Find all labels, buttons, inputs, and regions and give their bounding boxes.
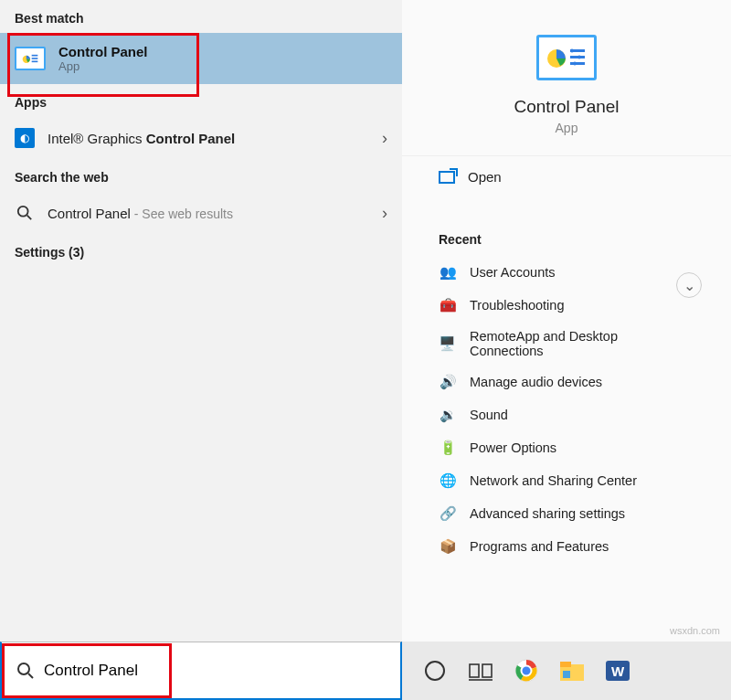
recent-item-network-sharing[interactable]: 🌐Network and Sharing Center [439,464,694,497]
open-action[interactable]: Open [402,156,731,197]
recent-header: Recent [402,197,731,256]
user-accounts-icon: 👥 [439,263,457,281]
programs-features-icon: 📦 [439,537,457,556]
word-icon[interactable]: W [603,656,632,685]
svg-rect-2 [32,58,38,59]
svg-point-15 [426,662,444,680]
search-icon [16,662,35,680]
intel-graphics-icon: ◐ [15,128,35,148]
svg-point-4 [18,207,28,217]
taskbar: W [402,642,731,700]
svg-line-5 [27,216,32,220]
recent-item-advanced-sharing[interactable]: 🔗Advanced sharing settings [439,497,694,530]
svg-rect-24 [560,662,571,667]
chevron-right-icon: › [382,204,387,223]
troubleshooting-icon: 🧰 [439,296,457,314]
recent-item-troubleshooting[interactable]: 🧰Troubleshooting [439,289,694,322]
best-match-subtitle: App [58,59,148,73]
best-match-header: Best match [0,0,402,33]
recent-item-sound[interactable]: 🔉Sound [439,398,694,431]
web-result-label: Control Panel - See web results [48,206,233,221]
power-options-icon: 🔋 [439,439,457,457]
best-match-title: Control Panel [58,44,148,59]
svg-rect-17 [482,664,492,677]
svg-point-13 [18,663,29,674]
remoteapp-icon: 🖥️ [439,334,457,353]
search-icon [15,203,35,223]
control-panel-large-icon [536,35,597,80]
chevron-down-icon[interactable]: ⌄ [676,272,702,298]
cortana-icon[interactable] [420,656,450,685]
advanced-sharing-icon: 🔗 [439,504,457,523]
recent-item-remoteapp[interactable]: 🖥️RemoteApp and Desktop Connections [439,322,694,366]
task-view-icon[interactable] [466,656,495,685]
recent-item-power-options[interactable]: 🔋Power Options [439,431,694,464]
svg-rect-25 [563,671,570,678]
apps-result-label: Intel® Graphics Control Panel [48,131,235,146]
svg-rect-1 [32,55,38,57]
svg-point-10 [570,49,574,53]
preview-title: Control Panel [417,97,716,117]
svg-rect-3 [32,61,38,63]
recent-item-user-accounts[interactable]: 👥User Accounts [439,256,694,289]
best-match-result[interactable]: Control Panel App [0,33,402,84]
preview-header-block: Control Panel App [402,0,731,156]
search-input[interactable] [44,662,386,680]
apps-header: Apps [0,84,402,117]
preview-subtitle: App [417,121,716,135]
recent-list: 👥User Accounts 🧰Troubleshooting 🖥️Remote… [402,256,731,563]
chevron-right-icon: › [382,129,387,148]
watermark: wsxdn.com [670,625,720,636]
svg-point-12 [573,62,577,66]
recent-item-programs-features[interactable]: 📦Programs and Features [439,530,694,563]
web-result-item[interactable]: Control Panel - See web results › [0,192,402,234]
control-panel-icon [15,47,46,70]
search-web-header: Search the web [0,159,402,192]
chrome-icon[interactable] [512,656,541,685]
svg-rect-9 [570,62,585,65]
preview-panel: Control Panel App Open ⌄ Recent 👥User Ac… [402,0,731,642]
sound-icon: 🔉 [439,406,457,424]
search-results-panel: Best match Control Panel App Apps ◐ Inte… [0,0,402,642]
apps-result-item[interactable]: ◐ Intel® Graphics Control Panel › [0,117,402,159]
open-label: Open [468,169,502,185]
network-icon: 🌐 [439,472,457,490]
file-explorer-icon[interactable] [557,656,587,685]
svg-line-14 [28,673,33,678]
open-icon [439,171,455,184]
search-box[interactable] [0,642,402,700]
settings-header[interactable]: Settings (3) [0,234,402,270]
svg-text:W: W [611,663,625,679]
audio-devices-icon: 🔊 [439,373,457,391]
svg-point-11 [577,56,581,59]
svg-rect-16 [470,664,479,677]
recent-item-audio-devices[interactable]: 🔊Manage audio devices [439,366,694,398]
